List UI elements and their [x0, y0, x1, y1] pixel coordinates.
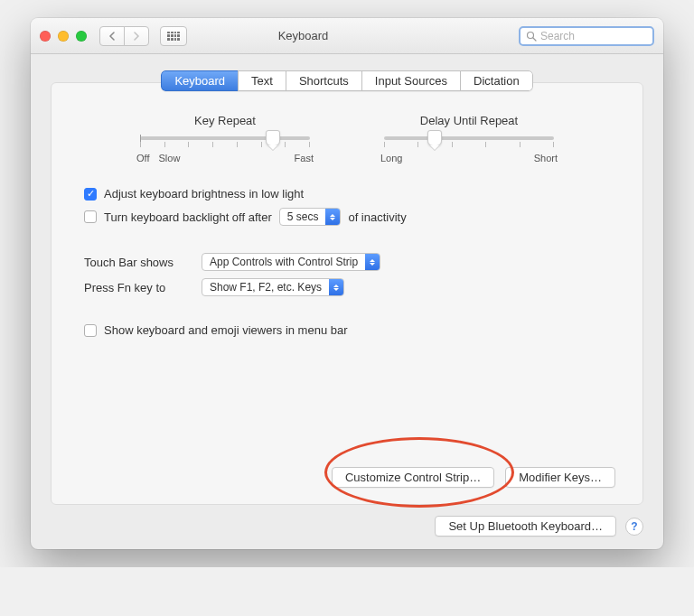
backlight-off-suffix: of inactivity — [348, 210, 406, 224]
keyboard-panel: Key Repeat Off Slow — [51, 82, 643, 505]
footer-row: Set Up Bluetooth Keyboard… ? — [51, 516, 643, 537]
adjust-brightness-checkbox[interactable] — [84, 188, 97, 201]
delay-title: Delay Until Repeat — [379, 114, 559, 127]
titlebar: Keyboard Search — [31, 18, 663, 54]
touch-bar-select[interactable]: App Controls with Control Strip — [202, 253, 380, 271]
bluetooth-keyboard-button[interactable]: Set Up Bluetooth Keyboard… — [435, 516, 616, 537]
help-button[interactable]: ? — [625, 518, 643, 536]
fn-key-label: Press Fn key to — [84, 281, 192, 294]
bottom-buttons: Customize Control Strip… Modifier Keys… — [52, 467, 642, 488]
backlight-off-select[interactable]: 5 secs — [279, 208, 342, 226]
form-block: Adjust keyboard brightness in low light … — [84, 187, 610, 337]
close-window-button[interactable] — [40, 31, 51, 42]
key-repeat-title: Key Repeat — [135, 114, 315, 127]
search-input[interactable]: Search — [519, 26, 654, 46]
delay-slider[interactable] — [384, 136, 554, 140]
svg-point-0 — [528, 32, 534, 38]
backlight-off-prefix: Turn keyboard backlight off after — [104, 210, 272, 224]
touch-bar-label: Touch Bar shows — [84, 256, 192, 269]
fn-key-select[interactable]: Show F1, F2, etc. Keys — [202, 278, 344, 296]
tab-dictation[interactable]: Dictation — [460, 70, 533, 91]
adjust-brightness-label: Adjust keyboard brightness in low light — [104, 187, 304, 201]
key-repeat-fast-label: Fast — [295, 153, 314, 163]
delay-until-repeat-group: Delay Until Repeat Long Short — [379, 114, 559, 163]
zoom-window-button[interactable] — [76, 31, 87, 42]
search-icon — [526, 31, 537, 42]
key-repeat-slider[interactable] — [140, 136, 310, 140]
backlight-off-checkbox[interactable] — [84, 210, 97, 223]
search-placeholder: Search — [540, 30, 575, 42]
minimize-window-button[interactable] — [58, 31, 69, 42]
content: Keyboard Text Shortcuts Input Sources Di… — [31, 54, 663, 549]
select-caret-icon — [325, 209, 340, 225]
svg-line-1 — [533, 38, 536, 41]
tab-text[interactable]: Text — [238, 70, 286, 91]
tab-keyboard[interactable]: Keyboard — [161, 70, 239, 91]
sliders-row: Key Repeat Off Slow — [84, 114, 610, 163]
window-title: Keyboard — [95, 29, 511, 42]
traffic-lights — [40, 31, 87, 42]
key-repeat-group: Key Repeat Off Slow — [135, 114, 315, 163]
key-repeat-slow-label: Slow — [158, 153, 180, 163]
show-viewers-label: Show keyboard and emoji viewers in menu … — [104, 323, 348, 337]
fn-key-value: Show F1, F2, etc. Keys — [202, 281, 329, 294]
tab-input-sources[interactable]: Input Sources — [361, 70, 461, 91]
touch-bar-value: App Controls with Control Strip — [202, 256, 365, 268]
key-repeat-off-label: Off — [136, 153, 149, 163]
select-caret-icon — [329, 279, 343, 295]
tab-shortcuts[interactable]: Shortcuts — [286, 70, 362, 91]
backlight-off-value: 5 secs — [280, 210, 326, 223]
delay-long-label: Long — [380, 153, 402, 163]
select-caret-icon — [365, 254, 380, 270]
tabs: Keyboard Text Shortcuts Input Sources Di… — [51, 70, 643, 91]
delay-short-label: Short — [534, 153, 558, 163]
show-viewers-checkbox[interactable] — [84, 324, 97, 337]
preferences-window: Keyboard Search Keyboard Text Shortcuts … — [31, 18, 663, 549]
customize-control-strip-button[interactable]: Customize Control Strip… — [332, 467, 494, 488]
modifier-keys-button[interactable]: Modifier Keys… — [505, 467, 615, 488]
